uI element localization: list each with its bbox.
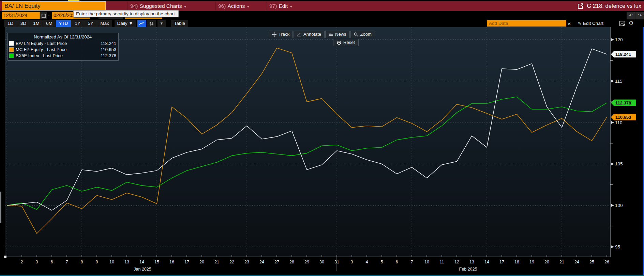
range-button-1d[interactable]: 1D — [4, 20, 17, 27]
x-tick-label: 21 — [559, 260, 564, 264]
x-tick-label: 11 — [440, 260, 444, 264]
x-tick-label: 26 — [604, 260, 609, 264]
x-tick-label: 20 — [544, 260, 549, 264]
x-tick-label: 18 — [514, 260, 519, 264]
series-label: SX5E Index - Last Price — [16, 53, 63, 58]
add-data-input[interactable]: Add Data — [487, 20, 566, 27]
menu-actions[interactable]: 96)Actions▾ — [218, 1, 249, 11]
x-tick-label: 12 — [454, 260, 459, 264]
frequency-dropdown[interactable]: Daily ▼ — [115, 20, 136, 27]
x-tick-label: 10 — [109, 260, 114, 264]
menu-suggested-charts[interactable]: 94)Suggested Charts▾ — [130, 1, 186, 11]
x-tick-label: 25 — [589, 260, 594, 264]
legend-item[interactable]: MC FP Equity - Last Price110.653 — [9, 46, 116, 52]
menu-number: 96) — [218, 3, 226, 9]
menu-number: 94) — [130, 3, 138, 9]
range-button-1m[interactable]: 1M — [30, 20, 43, 27]
y-tick-label: 115 — [615, 79, 623, 84]
menu-edit[interactable]: 97)Edit▾ — [269, 1, 292, 11]
axis-origin-handle[interactable] — [4, 256, 6, 258]
x-tick-label: 15 — [154, 260, 159, 264]
button-label: News — [335, 31, 346, 38]
start-date-input[interactable]: 12/31/2024 — [2, 12, 40, 19]
button-label: Zoom — [360, 31, 372, 38]
x-tick-label: 2 — [21, 260, 23, 264]
y-tick-arrow — [611, 162, 614, 165]
edit-chart-button[interactable]: ✎Edit Chart — [578, 20, 603, 27]
annotate-button[interactable]: Annotate — [294, 31, 325, 38]
legend-title: Normalized As Of 12/31/2024 — [9, 34, 116, 40]
x-tick-label: 17 — [184, 260, 189, 264]
table-button[interactable]: Table — [171, 20, 188, 27]
range-button-ytd[interactable]: YTD — [56, 20, 71, 27]
more-chart-types-dropdown[interactable]: ▾ — [158, 20, 166, 27]
x-tick-label: 29 — [304, 260, 309, 264]
x-tick-label: 7 — [66, 260, 68, 264]
chevron-down-icon: ▾ — [247, 5, 249, 9]
x-tick-label: 5 — [381, 260, 383, 264]
y-tick-arrow — [611, 245, 614, 248]
series-last-value: 118.241 — [101, 41, 116, 46]
y-tick-arrow — [611, 38, 614, 41]
month-label: Feb 2025 — [459, 267, 477, 272]
x-tick-label: 14 — [484, 260, 489, 264]
chevron-down-icon: ▾ — [184, 5, 186, 9]
x-tick-label: 13 — [124, 260, 129, 264]
undo-button[interactable]: ↶ — [627, 12, 635, 19]
x-tick-label: 20 — [199, 260, 204, 264]
series-last-value: 110.653 — [101, 47, 116, 52]
y-tick-label: 120 — [615, 37, 623, 42]
sort-securities-button[interactable] — [147, 20, 156, 27]
chart-legend[interactable]: Normalized As Of 12/31/2024 BA/ LN Equit… — [8, 33, 119, 61]
x-tick-label: 17 — [499, 260, 504, 264]
price-tag-value: 112.378 — [615, 100, 631, 105]
series-color-swatch — [9, 41, 14, 46]
line-chart-type-button[interactable] — [137, 20, 146, 27]
x-tick-label: 30 — [319, 260, 324, 264]
annotate-icon — [297, 33, 301, 36]
legend-item[interactable]: SX5E Index - Last Price112.378 — [9, 52, 116, 59]
menu-separator — [267, 2, 267, 10]
reset-button[interactable]: Reset — [333, 39, 359, 46]
menu-separator — [128, 2, 128, 10]
range-button-max[interactable]: Max — [97, 20, 112, 27]
reset-label: Reset — [343, 39, 355, 46]
security-input[interactable]: BA/ LN Equity — [2, 1, 106, 11]
track-button[interactable]: Track — [269, 31, 293, 38]
x-tick-label: 28 — [289, 260, 294, 264]
x-tick-label: 3 — [351, 260, 353, 264]
y-tick-arrow — [611, 121, 614, 124]
series-label: MC FP Equity - Last Price — [16, 47, 66, 52]
track-icon — [272, 32, 276, 37]
series-last-value: 112.378 — [101, 53, 116, 58]
news-button[interactable]: News — [325, 31, 350, 38]
left-scroll-handle[interactable] — [0, 192, 1, 223]
x-tick-label: 7 — [411, 260, 413, 264]
gear-icon[interactable]: ⚙ — [629, 19, 633, 27]
x-tick-label: 19 — [529, 260, 534, 264]
collapse-panel-button[interactable]: « — [568, 20, 571, 27]
range-button-6m[interactable]: 6M — [43, 20, 56, 27]
range-button-5y[interactable]: 5Y — [84, 20, 97, 27]
zoom-button[interactable]: Zoom — [350, 31, 375, 38]
range-button-3d[interactable]: 3D — [17, 20, 30, 27]
range-button-1y[interactable]: 1Y — [71, 20, 84, 27]
chart-tools-row: 1D3D1M6MYTD1Y5YMax Daily ▼ ▾ Table Add D… — [0, 19, 644, 27]
export-icon — [578, 3, 584, 9]
price-tag-value: 118.241 — [615, 52, 631, 57]
panel-right-border — [643, 27, 644, 276]
series-label: BA/ LN Equity - Last Price — [16, 41, 67, 46]
calendar-button[interactable] — [40, 12, 47, 19]
chart-edit-icon — [619, 21, 625, 26]
highlight-dash — [68, 0, 79, 1]
plot-area[interactable] — [5, 27, 610, 257]
x-tick-label: 8 — [81, 260, 83, 264]
redo-button[interactable]: ↷ — [635, 12, 644, 19]
legend-item[interactable]: BA/ LN Equity - Last Price118.241 — [9, 40, 116, 46]
chart-settings-button[interactable] — [618, 20, 627, 27]
security-tooltip: Enter the primary security to display on… — [73, 10, 179, 17]
chart-toolbar: TrackAnnotateNewsZoom — [269, 31, 375, 38]
reset-icon — [337, 40, 341, 45]
date-separator: - — [48, 12, 50, 18]
series-color-swatch — [9, 47, 14, 52]
